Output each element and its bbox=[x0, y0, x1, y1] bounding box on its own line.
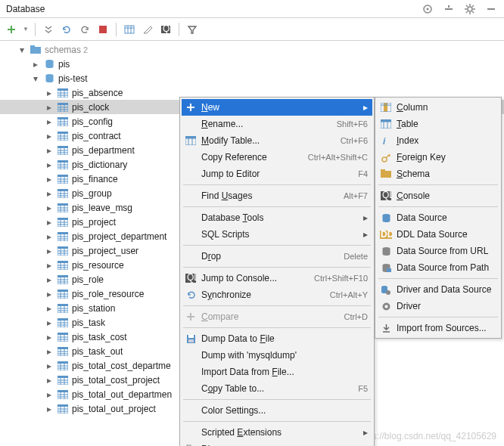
menu-item[interactable]: New▸ bbox=[182, 99, 372, 116]
menu-item[interactable]: Database Tools▸ bbox=[182, 209, 372, 226]
expand-arrow-icon[interactable]: ▸ bbox=[44, 145, 54, 156]
menu-item[interactable]: Data Source from URL bbox=[377, 243, 499, 259]
tree-node-schema[interactable]: ▾pis-test bbox=[0, 71, 504, 85]
menu-item[interactable]: SynchronizeCtrl+Alt+Y bbox=[182, 286, 372, 303]
expand-arrow-icon[interactable]: ▸ bbox=[44, 303, 54, 314]
menu-item[interactable]: Data Source from Path bbox=[377, 259, 499, 276]
table-icon bbox=[378, 117, 394, 131]
edit-button[interactable] bbox=[141, 23, 154, 36]
table-icon bbox=[57, 374, 69, 386]
menu-item[interactable]: DropDelete bbox=[182, 248, 372, 265]
expand-arrow-icon[interactable]: ▸ bbox=[44, 361, 54, 371]
expand-arrow-icon[interactable]: ▸ bbox=[44, 246, 54, 256]
table-icon bbox=[57, 288, 69, 300]
menu-item[interactable]: Import Data from File... bbox=[182, 364, 372, 380]
menu-item[interactable]: Schema bbox=[377, 166, 499, 182]
menu-item[interactable]: Find UsagesAlt+F7 bbox=[182, 187, 372, 204]
rollback-button[interactable] bbox=[78, 23, 92, 36]
hide-icon[interactable] bbox=[484, 2, 498, 16]
svg-rect-203 bbox=[387, 268, 391, 272]
expand-arrow-icon[interactable]: ▸ bbox=[44, 188, 54, 199]
expand-arrow-icon[interactable]: ▸ bbox=[44, 102, 54, 113]
menu-item[interactable]: Import from Sources... bbox=[377, 320, 499, 336]
expand-arrow-icon[interactable]: ▸ bbox=[44, 346, 54, 357]
menu-item[interactable]: QLJump to Console...Ctrl+Shift+F10 bbox=[182, 270, 372, 286]
expand-arrow-icon[interactable]: ▸ bbox=[30, 59, 41, 70]
menu-item[interactable]: Copy Table to...F5 bbox=[182, 380, 372, 397]
menu-item[interactable]: Data Source bbox=[377, 209, 499, 226]
menu-label: Dump Data to File bbox=[198, 333, 368, 344]
tree-node-schema[interactable]: ▸pis bbox=[0, 57, 504, 71]
menu-item[interactable]: QLConsole bbox=[377, 187, 499, 204]
menu-shortcut: Ctrl+D bbox=[337, 312, 368, 321]
menu-item[interactable]: Jump to EditorF4 bbox=[182, 166, 372, 182]
menu-item[interactable]: Dump Data to File bbox=[182, 330, 372, 347]
menu-item[interactable]: Dump with 'mysqldump' bbox=[182, 347, 372, 364]
menu-label: SQL Scripts bbox=[198, 229, 360, 240]
menu-item[interactable]: Foreign Key bbox=[377, 149, 499, 166]
menu-label: DDL Data Source bbox=[394, 229, 495, 240]
console-button[interactable]: QL bbox=[159, 23, 173, 36]
collapse-arrow-icon[interactable]: ▾ bbox=[30, 73, 41, 84]
menu-item[interactable]: Rename...Shift+F6 bbox=[182, 116, 372, 132]
menu-label: Rename... bbox=[198, 119, 329, 129]
table-view-button[interactable] bbox=[123, 23, 136, 36]
table-icon bbox=[57, 202, 69, 214]
table-icon bbox=[57, 259, 69, 271]
svg-point-205 bbox=[386, 290, 390, 295]
context-menu: New▸Rename...Shift+F6Modify Table...Ctrl… bbox=[179, 97, 375, 446]
tree-label: pis_absence bbox=[71, 88, 123, 98]
menu-label: Find Usages bbox=[198, 190, 336, 201]
new-submenu: ColumnTableiIndexForeign KeySchemaQLCons… bbox=[375, 97, 502, 339]
expand-arrow-icon[interactable]: ▸ bbox=[44, 231, 54, 242]
tree-label: pis_role bbox=[71, 274, 104, 285]
expand-arrow-icon[interactable]: ▾ bbox=[17, 45, 27, 55]
ddl-icon: DDL bbox=[378, 228, 394, 241]
table-icon bbox=[57, 130, 69, 142]
expand-arrow-icon[interactable]: ▸ bbox=[44, 174, 54, 184]
menu-item[interactable]: Copy ReferenceCtrl+Alt+Shift+C bbox=[182, 149, 372, 166]
stop-button[interactable] bbox=[96, 23, 110, 36]
menu-item[interactable]: Scripted Extensions▸ bbox=[182, 424, 372, 441]
menu-item[interactable]: SQL Scripts▸ bbox=[182, 226, 372, 243]
gear-icon[interactable] bbox=[463, 2, 477, 16]
expand-arrow-icon[interactable]: ▸ bbox=[44, 375, 54, 386]
expand-arrow-icon[interactable]: ▸ bbox=[44, 160, 54, 170]
menu-separator bbox=[183, 267, 371, 268]
filter-button[interactable] bbox=[185, 23, 199, 36]
menu-item[interactable]: iIndex bbox=[377, 132, 499, 149]
menu-item[interactable]: Driver and Data Source bbox=[377, 281, 499, 298]
menu-item[interactable]: Modify Table...Ctrl+F6 bbox=[182, 132, 372, 149]
expand-arrow-icon[interactable]: ▸ bbox=[44, 260, 54, 271]
menu-shortcut: Shift+F6 bbox=[329, 119, 368, 129]
expand-arrow-icon[interactable]: ▸ bbox=[44, 289, 54, 299]
expand-arrow-icon[interactable]: ▸ bbox=[44, 131, 54, 141]
collapse-button[interactable] bbox=[42, 23, 55, 36]
expand-arrow-icon[interactable]: ▸ bbox=[44, 217, 54, 228]
menu-label: Color Settings... bbox=[198, 405, 368, 416]
minimize-icon[interactable] bbox=[442, 2, 456, 16]
toolbar-separator bbox=[35, 23, 36, 36]
menu-item[interactable]: Table bbox=[377, 116, 499, 132]
expand-arrow-icon[interactable]: ▸ bbox=[44, 274, 54, 285]
menu-item[interactable]: DDLDDL Data Source bbox=[377, 226, 499, 243]
expand-arrow-icon[interactable]: ▸ bbox=[44, 389, 54, 400]
menu-separator bbox=[183, 327, 371, 328]
menu-item[interactable]: Color Settings... bbox=[182, 402, 372, 419]
menu-item[interactable]: Driver bbox=[377, 298, 499, 314]
expand-arrow-icon[interactable]: ▸ bbox=[44, 88, 54, 98]
refresh-button[interactable] bbox=[60, 23, 73, 36]
menu-separator bbox=[183, 184, 371, 185]
menu-item[interactable]: Column bbox=[377, 99, 499, 116]
expand-arrow-icon[interactable]: ▸ bbox=[44, 332, 54, 342]
expand-arrow-icon[interactable]: ▸ bbox=[44, 116, 54, 127]
tree-node-schemas[interactable]: ▾ schemas 2 bbox=[0, 42, 504, 57]
expand-arrow-icon[interactable]: ▸ bbox=[44, 404, 54, 414]
tree-label: pis_leave_msg bbox=[71, 203, 132, 213]
expand-arrow-icon[interactable]: ▸ bbox=[44, 317, 54, 328]
expand-arrow-icon[interactable]: ▸ bbox=[44, 203, 54, 213]
add-button[interactable] bbox=[5, 23, 18, 36]
dropdown-arrow-icon[interactable]: ▼ bbox=[23, 26, 29, 33]
scroll-link-icon[interactable] bbox=[421, 2, 434, 16]
menu-item[interactable]: Diagrams▸ bbox=[182, 441, 372, 446]
